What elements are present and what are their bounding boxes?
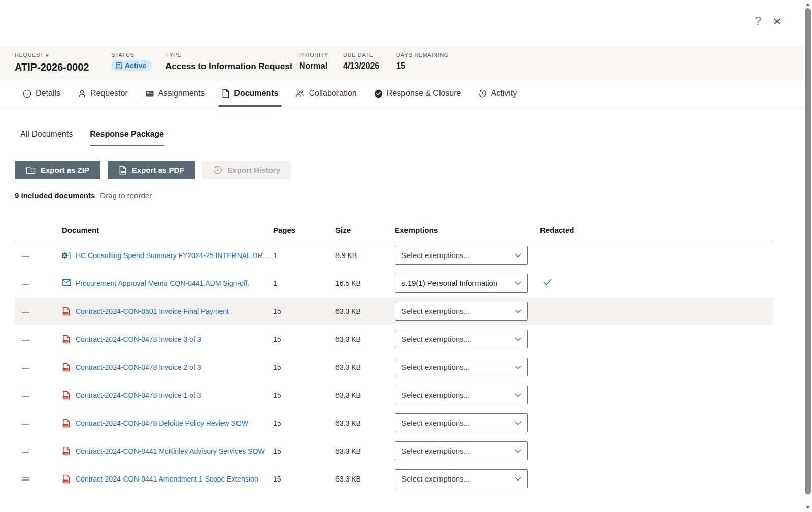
size-value: 63.3 KB (334, 307, 395, 315)
due-date-label: DUE DATE (343, 52, 396, 58)
redacted-check-icon (543, 279, 552, 286)
pdf-file-icon (62, 419, 71, 428)
pages-value: 1 (273, 251, 334, 260)
main-tab-bar: Details Requestor Assignments Documents … (0, 80, 812, 107)
history-icon (478, 89, 487, 98)
exemptions-dropdown[interactable]: Select exemptions... (395, 358, 528, 376)
exemptions-dropdown[interactable]: Select exemptions... (395, 469, 528, 488)
export-history-button[interactable]: Export History (202, 161, 291, 179)
document-link[interactable]: Contract-2024-CON-0441 McKinley Advisory… (76, 447, 265, 455)
close-icon[interactable]: ✕ (772, 16, 782, 27)
exemptions-dropdown-value: Select exemptions... (401, 391, 470, 399)
drag-handle[interactable] (22, 422, 29, 425)
tab-assignments-label: Assignments (158, 89, 205, 98)
request-header: REQUEST # ATIP-2026-0002 STATUS Active T… (0, 47, 812, 80)
drag-handle[interactable] (22, 450, 29, 453)
tab-requestor[interactable]: Requestor (69, 80, 137, 107)
export-zip-button[interactable]: Export as ZIP (15, 161, 100, 179)
pdf-file-icon (62, 474, 71, 484)
document-link[interactable]: Contract-2024-CON-0478 Deloitte Policy R… (76, 419, 248, 427)
exemptions-dropdown-value: Select exemptions... (401, 474, 470, 483)
drag-handle[interactable] (22, 394, 29, 397)
exemptions-dropdown-value: Select exemptions... (401, 307, 470, 315)
check-circle-icon (374, 89, 383, 98)
table-row: Contract-2024-CON-0478 Invoice 1 of 3 15… (15, 381, 773, 409)
pages-value: 15 (273, 391, 334, 399)
scroll-down-arrow[interactable] (803, 504, 812, 511)
pdf-file-icon (62, 446, 71, 456)
pages-value: 15 (273, 363, 334, 371)
status-label: STATUS (111, 52, 165, 58)
drag-handle[interactable] (22, 254, 29, 257)
table-row: Contract-2024-CON-0478 Invoice 3 of 3 15… (15, 325, 773, 353)
exemptions-dropdown[interactable]: Select exemptions... (395, 246, 528, 265)
tab-response-closure[interactable]: Response & Closure (365, 80, 470, 107)
chevron-down-icon (515, 281, 521, 285)
days-remaining-value: 15 (396, 61, 449, 71)
window-controls: ? ✕ (755, 15, 782, 27)
tab-response-closure-label: Response & Closure (387, 89, 461, 98)
zip-folder-icon (26, 166, 36, 174)
drag-handle[interactable] (22, 477, 29, 481)
tab-collaboration[interactable]: Collaboration (287, 80, 365, 107)
export-pdf-button[interactable]: Export as PDF (108, 161, 195, 179)
export-toolbar: Export as ZIP Export as PDF Export Histo… (15, 161, 812, 179)
table-row: Contract-2024-CON-0478 Invoice 2 of 3 15… (15, 353, 773, 381)
scrollbar-thumb[interactable] (805, 8, 811, 494)
tab-details[interactable]: Details (14, 80, 69, 107)
exemptions-dropdown-value: Select exemptions... (401, 363, 470, 371)
exemptions-dropdown[interactable]: Select exemptions... (395, 386, 528, 404)
scroll-up-arrow[interactable] (803, 1, 812, 8)
subtab-response-package[interactable]: Response Package (90, 130, 164, 146)
pdf-doc-icon (119, 166, 127, 175)
exemptions-dropdown[interactable]: s.19(1) Personal Information (395, 274, 528, 293)
table-row: HC Consulting Spend Summary FY2024-25 IN… (15, 241, 773, 269)
exemptions-dropdown-value: s.19(1) Personal Information (401, 279, 497, 287)
document-link[interactable]: Contract-2024-CON-0501 Invoice Final Pay… (76, 307, 229, 315)
document-link[interactable]: Contract-2024-CON-0478 Invoice 3 of 3 (76, 335, 201, 343)
chevron-down-icon (515, 449, 521, 453)
days-remaining-label: DAYS REMAINING (396, 52, 449, 58)
drag-handle[interactable] (22, 282, 29, 285)
history-icon (213, 166, 222, 175)
tab-documents[interactable]: Documents (213, 80, 287, 107)
document-link[interactable]: HC Consulting Spend Summary FY2024-25 IN… (76, 251, 273, 260)
help-icon[interactable]: ? (755, 15, 761, 27)
tab-documents-label: Documents (234, 89, 278, 98)
document-link[interactable]: Contract-2024-CON-0441 Amendment 1 Scope… (76, 475, 258, 483)
type-value: Access to Information Request (165, 61, 299, 72)
drag-handle[interactable] (22, 310, 29, 313)
documents-subtabs: All Documents Response Package (20, 130, 812, 146)
excel-file-icon (62, 251, 71, 260)
tab-activity[interactable]: Activity (469, 80, 525, 107)
drag-to-reorder-hint: Drag to reorder (100, 191, 152, 200)
document-link[interactable]: Contract-2024-CON-0478 Invoice 2 of 3 (76, 363, 201, 371)
chevron-down-icon (515, 253, 521, 258)
drag-handle[interactable] (22, 366, 29, 369)
export-pdf-label: Export as PDF (132, 166, 184, 174)
document-link[interactable]: Contract-2024-CON-0478 Invoice 1 of 3 (76, 391, 201, 399)
column-header-redacted: Redacted (540, 226, 773, 234)
exemptions-dropdown[interactable]: Select exemptions... (395, 330, 528, 348)
drag-handle[interactable] (22, 338, 29, 341)
window-top-area: ? ✕ (0, 0, 812, 47)
person-icon (78, 89, 86, 98)
exemptions-dropdown-value: Select exemptions... (401, 335, 470, 343)
column-header-document: Document (47, 226, 273, 234)
pages-value: 15 (273, 475, 334, 483)
exemptions-dropdown[interactable]: Select exemptions... (395, 302, 528, 321)
subtab-all-documents[interactable]: All Documents (20, 130, 73, 146)
priority-value: Normal (299, 61, 343, 71)
request-number: ATIP-2026-0002 (15, 61, 111, 73)
tab-assignments[interactable]: Assignments (137, 80, 214, 107)
pages-value: 15 (273, 307, 334, 315)
status-badge-icon (116, 62, 122, 69)
table-row: Contract-2024-CON-0441 Amendment 1 Scope… (15, 465, 773, 493)
exemptions-dropdown-value: Select exemptions... (401, 446, 470, 455)
chevron-down-icon (515, 309, 521, 313)
people-icon (295, 89, 304, 98)
exemptions-dropdown[interactable]: Select exemptions... (395, 413, 528, 432)
exemptions-dropdown[interactable]: Select exemptions... (395, 441, 528, 460)
vertical-scrollbar[interactable] (803, 0, 812, 512)
document-link[interactable]: Procurement Approval Memo CON-0441 ADM S… (76, 279, 249, 287)
